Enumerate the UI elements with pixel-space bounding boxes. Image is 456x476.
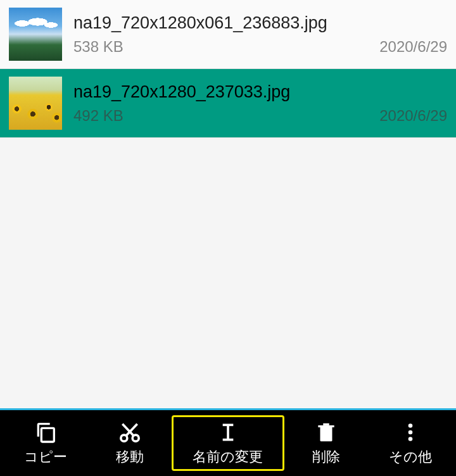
- file-name: na19_720x1280_237033.jpg: [73, 82, 447, 102]
- more-button[interactable]: その他: [368, 415, 452, 471]
- file-size: 492 KB: [73, 107, 124, 125]
- file-date: 2020/6/29: [379, 38, 447, 56]
- file-size: 538 KB: [73, 38, 124, 56]
- delete-label: 削除: [312, 448, 340, 467]
- file-list: na19_720x1280x061_236883.jpg 538 KB 2020…: [0, 0, 456, 408]
- svg-point-1: [121, 435, 127, 441]
- file-info: na19_720x1280_237033.jpg 492 KB 2020/6/2…: [73, 82, 447, 125]
- file-thumbnail: [9, 8, 62, 61]
- move-label: 移動: [116, 448, 144, 467]
- more-vertical-icon: [399, 420, 422, 445]
- file-item[interactable]: na19_720x1280x061_236883.jpg 538 KB 2020…: [0, 0, 456, 69]
- svg-point-2: [132, 435, 139, 441]
- copy-icon: [33, 420, 58, 445]
- toolbar-container: コピー 移動 名前の変更: [0, 408, 456, 476]
- cut-icon: [117, 420, 142, 445]
- rename-button[interactable]: 名前の変更: [172, 415, 284, 471]
- file-thumbnail: [9, 77, 62, 130]
- trash-icon: [314, 420, 338, 445]
- more-label: その他: [389, 448, 432, 467]
- svg-point-10: [408, 437, 412, 441]
- svg-rect-0: [42, 428, 54, 442]
- file-meta: 538 KB 2020/6/29: [73, 38, 447, 56]
- delete-button[interactable]: 削除: [284, 415, 369, 471]
- text-cursor-icon: [215, 420, 241, 445]
- file-date: 2020/6/29: [379, 107, 447, 125]
- svg-point-8: [408, 423, 412, 428]
- file-name: na19_720x1280x061_236883.jpg: [73, 13, 447, 33]
- file-item-selected[interactable]: na19_720x1280_237033.jpg 492 KB 2020/6/2…: [0, 69, 456, 138]
- svg-point-9: [408, 430, 412, 435]
- bottom-toolbar: コピー 移動 名前の変更: [0, 410, 456, 476]
- copy-label: コピー: [24, 448, 67, 467]
- copy-button[interactable]: コピー: [4, 415, 88, 471]
- move-button[interactable]: 移動: [88, 415, 172, 471]
- file-meta: 492 KB 2020/6/29: [73, 107, 447, 125]
- rename-label: 名前の変更: [193, 448, 263, 467]
- file-info: na19_720x1280x061_236883.jpg 538 KB 2020…: [73, 13, 447, 56]
